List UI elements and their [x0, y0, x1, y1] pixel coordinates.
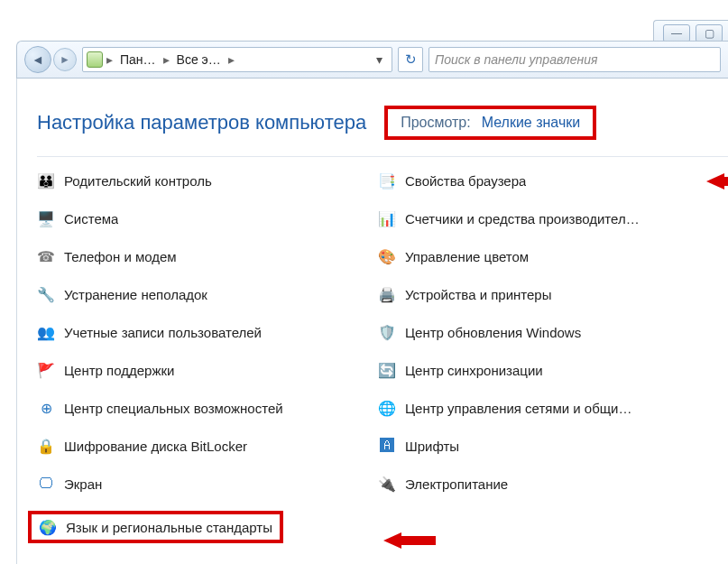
divider — [37, 156, 728, 157]
wrench-icon: 🔧 — [37, 285, 55, 303]
item-user-accounts[interactable]: 👥 Учетные записи пользователей — [37, 321, 371, 343]
item-system[interactable]: 🖥️ Система — [37, 208, 371, 229]
item-fonts[interactable]: 🅰 Шрифты — [378, 435, 728, 457]
item-region-language-highlight: 🌍 Язык и региональные стандарты — [37, 511, 371, 543]
browser-icon: 📑 — [378, 171, 396, 190]
item-region-language[interactable]: 🌍 Язык и региональные стандарты — [39, 518, 272, 536]
printer-icon: 🖨️ — [378, 285, 396, 303]
breadcrumb-part2[interactable]: Все э… — [173, 51, 225, 69]
item-color-management[interactable]: 🎨 Управление цветом — [378, 245, 728, 267]
network-icon: 🌐 — [378, 399, 396, 417]
search-input[interactable]: Поиск в панели управления — [429, 47, 721, 72]
items-grid: 👪 Родительский контроль 📑 Свойства брауз… — [37, 170, 728, 543]
view-selector-highlight: Просмотр: Мелкие значки — [384, 106, 596, 140]
item-network-center[interactable]: 🌐 Центр управления сетями и общи… — [378, 397, 728, 419]
nav-back-button[interactable]: ◄ — [24, 46, 51, 73]
annotation-arrow-2 — [383, 532, 436, 549]
item-display[interactable]: 🖵 Экран — [37, 473, 371, 495]
item-power[interactable]: 🔌 Электропитание — [378, 473, 728, 495]
display-icon: 🖵 — [37, 475, 55, 493]
phone-icon: ☎ — [37, 247, 55, 265]
view-label: Просмотр: — [401, 115, 471, 131]
maximize-button[interactable]: ▢ — [696, 24, 723, 42]
breadcrumb-sep-icon: ▸ — [106, 52, 113, 67]
flag-icon: 🚩 — [37, 361, 55, 379]
address-dropdown-icon[interactable]: ▾ — [371, 52, 388, 67]
color-icon: 🎨 — [378, 247, 396, 265]
update-icon: 🛡️ — [378, 323, 396, 341]
toolbar: ◄ ► ▸ Пан… ▸ Все э… ▸ ▾ ↻ Поиск в панели… — [16, 41, 728, 79]
item-bitlocker[interactable]: 🔒 Шифрование диска BitLocker — [37, 435, 371, 457]
address-bar[interactable]: ▸ Пан… ▸ Все э… ▸ ▾ — [82, 47, 392, 72]
item-phone-modem[interactable]: ☎ Телефон и модем — [37, 245, 371, 267]
lock-icon: 🔒 — [37, 437, 55, 455]
page-content: Настройка параметров компьютера Просмотр… — [16, 79, 728, 564]
item-parental-controls[interactable]: 👪 Родительский контроль — [37, 170, 371, 191]
breadcrumb-sep-icon: ▸ — [163, 52, 170, 67]
fonts-icon: 🅰 — [378, 437, 396, 455]
view-value[interactable]: Мелкие значки — [482, 115, 580, 131]
nav-forward-button[interactable]: ► — [53, 48, 77, 71]
control-panel-icon — [87, 51, 103, 68]
access-icon: ⊕ — [37, 399, 55, 417]
users-icon: 👥 — [37, 323, 55, 341]
item-troubleshoot[interactable]: 🔧 Устранение неполадок — [37, 283, 371, 305]
people-icon: 👪 — [37, 171, 55, 190]
globe-clock-icon: 🌍 — [39, 518, 57, 536]
item-action-center[interactable]: 🚩 Центр поддержки — [37, 359, 371, 381]
item-ease-of-access[interactable]: ⊕ Центр специальных возможностей — [37, 397, 371, 419]
item-devices-printers[interactable]: 🖨️ Устройства и принтеры — [378, 283, 728, 305]
breadcrumb-part1[interactable]: Пан… — [116, 51, 160, 69]
search-placeholder: Поиск в панели управления — [435, 52, 597, 67]
breadcrumb-sep-icon: ▸ — [228, 52, 235, 67]
minimize-button[interactable]: — — [663, 24, 690, 42]
gauge-icon: 📊 — [378, 209, 396, 227]
refresh-button[interactable]: ↻ — [398, 47, 423, 72]
item-windows-update[interactable]: 🛡️ Центр обновления Windows — [378, 321, 728, 343]
item-performance[interactable]: 📊 Счетчики и средства производител… — [378, 208, 728, 229]
item-internet-options[interactable]: 📑 Свойства браузера — [378, 170, 728, 191]
system-icon: 🖥️ — [37, 209, 55, 227]
item-sync-center[interactable]: 🔄 Центр синхронизации — [378, 359, 728, 381]
page-title: Настройка параметров компьютера — [37, 111, 366, 134]
power-icon: 🔌 — [378, 475, 396, 493]
annotation-arrow-1 — [706, 173, 724, 190]
sync-icon: 🔄 — [378, 361, 396, 379]
